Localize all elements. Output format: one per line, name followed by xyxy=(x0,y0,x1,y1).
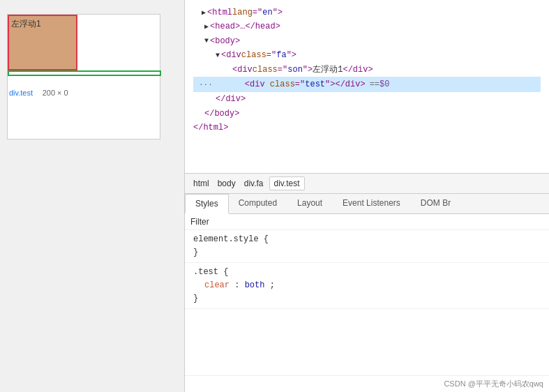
browser-preview: 左浮动1 div.test 200 × 0 xyxy=(0,0,185,392)
breadcrumb-html[interactable]: html xyxy=(190,177,212,190)
filter-bar: Filter xyxy=(185,214,549,230)
styles-panel: Filter element.style { } .test { clear :… xyxy=(185,214,549,376)
tree-line[interactable]: </div> xyxy=(193,92,541,106)
float-label: 左浮动1 xyxy=(11,18,41,30)
filter-label: Filter xyxy=(190,217,209,227)
tabs-bar: Styles Computed Layout Event Listeners D… xyxy=(185,194,549,214)
tab-computed[interactable]: Computed xyxy=(229,194,287,213)
devtools-panel: ▶ <html lang="en"> ▶ <head>…</head> ▼ <b… xyxy=(185,0,549,392)
style-block-element: element.style { } xyxy=(185,230,549,263)
tag-name-label: div.test xyxy=(9,89,33,97)
tab-dom-br[interactable]: DOM Br xyxy=(411,194,461,213)
footer-text: CSDN @平平无奇小码农qwq xyxy=(185,375,549,392)
float-box: 左浮动1 xyxy=(8,15,77,70)
arrow-icon[interactable]: ▼ xyxy=(204,35,209,47)
arrow-icon[interactable]: ▶ xyxy=(204,21,209,33)
html-tree: ▶ <html lang="en"> ▶ <head>…</head> ▼ <b… xyxy=(185,0,549,173)
test-div-outline xyxy=(8,70,161,76)
selected-tree-line[interactable]: ··· <div class="test"></div> == $0 xyxy=(193,77,541,92)
tree-line[interactable]: </html> xyxy=(193,121,541,135)
style-property-clear: clear : both ; xyxy=(193,279,541,292)
preview-area: 左浮动1 div.test 200 × 0 xyxy=(7,14,160,140)
style-close: } xyxy=(193,246,541,259)
tree-line[interactable]: ▶ <head>…</head> xyxy=(193,20,541,33)
tree-line[interactable]: </body> xyxy=(193,107,541,121)
arrow-icon[interactable]: ▶ xyxy=(202,7,206,19)
style-close: } xyxy=(193,292,541,306)
tree-line[interactable]: ▼ <div class="fa"> xyxy=(193,48,541,62)
breadcrumb-bar: html body div.fa div.test xyxy=(185,173,549,194)
tab-styles[interactable]: Styles xyxy=(185,194,229,214)
breadcrumb-divfa[interactable]: div.fa xyxy=(241,177,266,190)
element-label: div.test 200 × 0 xyxy=(9,86,68,99)
tab-event-listeners[interactable]: Event Listeners xyxy=(333,194,411,213)
arrow-icon[interactable]: ▼ xyxy=(216,50,220,61)
tree-line[interactable]: ▼ <body> xyxy=(193,34,541,48)
breadcrumb-divtest[interactable]: div.test xyxy=(269,176,305,190)
tree-line[interactable]: <div class="son">左浮动1</div> xyxy=(193,63,541,77)
tree-line[interactable]: ▶ <html lang="en"> xyxy=(193,6,541,20)
test-selector: .test { xyxy=(193,266,541,279)
tab-layout[interactable]: Layout xyxy=(287,194,333,213)
style-block-test: .test { clear : both ; } xyxy=(185,263,549,310)
dimensions-label: 200 × 0 xyxy=(43,89,68,97)
breadcrumb-body[interactable]: body xyxy=(215,177,239,190)
style-selector: element.style { xyxy=(193,233,541,246)
